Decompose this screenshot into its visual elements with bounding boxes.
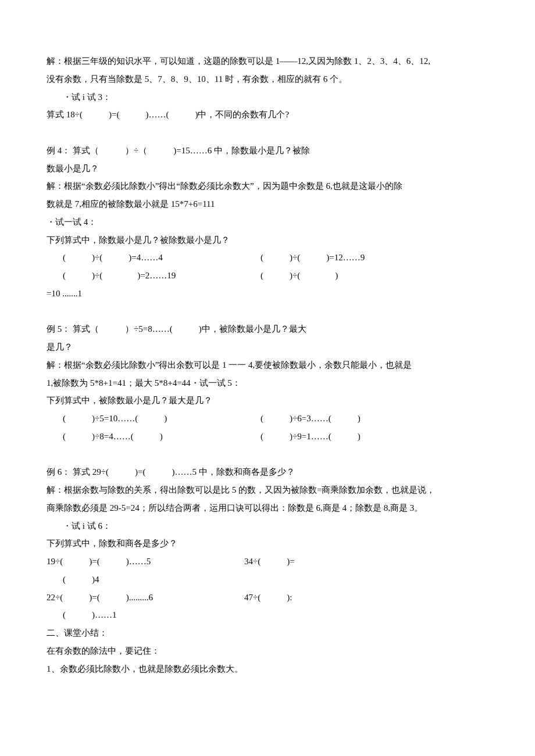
paragraph: 商乘除数必须是 29-5=24；所以结合两者，运用口诀可以得出：除数是 6,商是… [47, 499, 488, 517]
example-heading: 例 5： 算式（ ）÷5=8……( )中，被除数最小是几？最大 [47, 320, 488, 338]
problem-row: ( )÷( )=2……19 ( )÷( ) [47, 267, 488, 285]
blank-line [47, 124, 488, 142]
problem-cell: ( )÷( )=4……4 [63, 249, 261, 267]
paragraph: 1,被除数为 5*8+1=41；最大 5*8+4=44・试一试 5： [47, 374, 488, 392]
blank-line [47, 446, 488, 464]
paragraph: 解：根据余数与除数的关系，得出除数可以是比 5 的数，又因为被除数=商乘除数加余… [47, 481, 488, 499]
try-label: ・试 i 试 3： [47, 88, 488, 106]
paragraph: 下列算式中，除数最小是几？被除数最小是几？ [47, 231, 488, 249]
problem-cell: 22÷( )=( ).........6 [47, 589, 244, 607]
problem-row: 19÷( )=( )……5 34÷( )= [47, 553, 488, 571]
paragraph: 下列算式中，除数和商各是多少？ [47, 535, 488, 553]
paragraph: 没有余数，只有当除数是 5、7、8、9、10、11 时，有余数，相应的就有 6 … [47, 70, 488, 88]
problem-cell: ( )÷( ) [261, 267, 488, 285]
problem-cell: ( )÷( )=2……19 [63, 267, 261, 285]
example-heading: 例 6： 算式 29÷( )=( )……5 中，除数和商各是多少？ [47, 463, 488, 481]
paragraph: 数最小是几？ [47, 160, 488, 178]
paragraph: 是几？ [47, 338, 488, 356]
problem-cell: ( )÷9=1……( ) [261, 428, 488, 446]
blank-line [47, 303, 488, 321]
paragraph: ( )……1 [47, 606, 488, 624]
problem-row: ( )÷5=10……( ) ( )÷6=3……( ) [47, 410, 488, 428]
problem-row: 22÷( )=( ).........6 47÷( ): [47, 589, 488, 607]
problem-cell: ( )÷6=3……( ) [261, 410, 488, 428]
example-heading: 例 4： 算式（ ）÷（ )=15……6 中，除数最小是几？被除 [47, 142, 488, 160]
problem-cell: ( )÷( )=12……9 [261, 249, 488, 267]
try-label: ・试 i 试 6： [47, 517, 488, 535]
document-page: 解：根据三年级的知识水平，可以知道，这题的除数可以是 1——12,又因为除数 1… [0, 0, 535, 712]
problem-row: ( )÷( )=4……4 ( )÷( )=12……9 [47, 249, 488, 267]
paragraph: 解：根据三年级的知识水平，可以知道，这题的除数可以是 1——12,又因为除数 1… [47, 52, 488, 70]
paragraph: 在有余数的除法中，要记住： [47, 642, 488, 660]
list-item: 1、余数必须比除数小，也就是除数必须比余数大。 [47, 660, 488, 678]
problem-cell: ( )÷8=4……( ) [63, 428, 261, 446]
try-label: ・试一试 4： [47, 213, 488, 231]
problem-cell: 34÷( )= [244, 553, 488, 571]
paragraph: =10 .......1 [47, 285, 488, 303]
paragraph: ( )4 [47, 571, 488, 589]
problem-row: ( )÷8=4……( ) ( )÷9=1……( ) [47, 428, 488, 446]
problem-cell: 47÷( ): [244, 589, 488, 607]
paragraph: 解：根据“余数必须比除数小”得出余数可以是 1 一一 4,要使被除数最小，余数只… [47, 356, 488, 374]
paragraph: 数就是 7,相应的被除数最小就是 15*7+6=111 [47, 195, 488, 213]
paragraph: 下列算式中，被除数最小是几？最大是几？ [47, 392, 488, 410]
problem-cell: ( )÷5=10……( ) [63, 410, 261, 428]
section-heading: 二、课堂小结： [47, 624, 488, 642]
question: 算式 18÷( )=( )……( )中，不同的余数有几个? [47, 106, 488, 124]
paragraph: 解：根据“余数必须比除数小”得出“除数必须比余数大”，因为题中余数是 6,也就是… [47, 177, 488, 195]
problem-cell: 19÷( )=( )……5 [47, 553, 244, 571]
